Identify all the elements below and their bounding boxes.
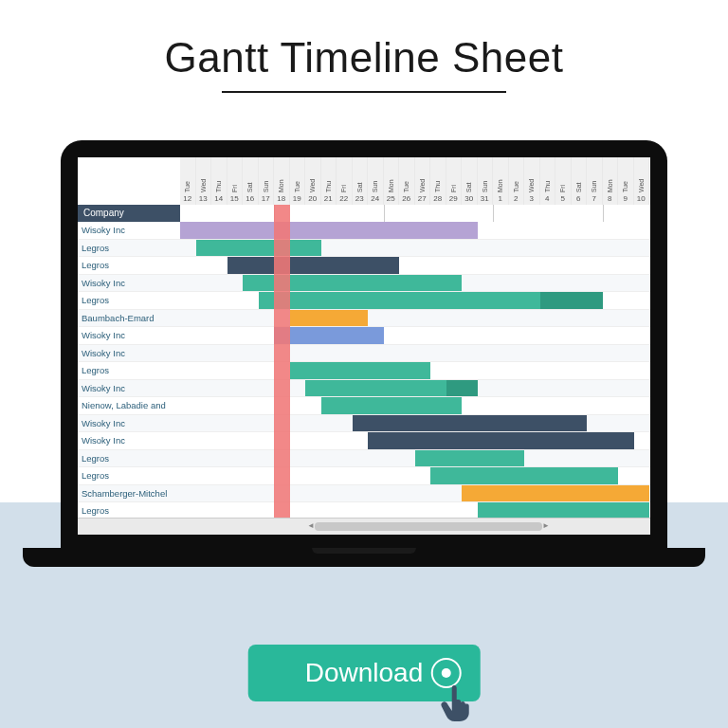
table-row: Wisoky Inc — [78, 432, 650, 450]
day-name: Mon — [278, 170, 284, 192]
day-name: Fri — [231, 170, 238, 192]
day-name: Wed — [309, 170, 316, 192]
company-column-header: Company — [78, 205, 180, 222]
day-name: Tue — [403, 170, 410, 192]
gantt-bar[interactable] — [462, 485, 649, 502]
day-number: 1 — [499, 192, 502, 205]
day-number: 6 — [576, 192, 580, 205]
day-name: Thu — [434, 170, 441, 192]
day-name: Fri — [340, 170, 347, 192]
day-name: Wed — [528, 170, 535, 192]
day-name: Thu — [544, 170, 551, 192]
table-row: Legros — [78, 240, 650, 258]
company-name: Legros — [78, 240, 180, 257]
table-row: Baumbach-Emard — [78, 310, 650, 328]
day-number: 2 — [514, 192, 518, 205]
company-name: Legros — [78, 362, 180, 379]
company-name: Wisoky Inc — [78, 222, 180, 239]
day-name: Sun — [372, 170, 378, 192]
gantt-bar[interactable] — [228, 257, 400, 274]
day-number: 30 — [464, 192, 473, 205]
day-number: 17 — [262, 192, 270, 205]
company-name: Wisoky Inc — [78, 345, 180, 362]
day-name: Fri — [559, 170, 566, 192]
company-name: Wisoky Inc — [78, 275, 180, 292]
day-number: 15 — [230, 192, 239, 205]
gantt-bar[interactable] — [321, 397, 463, 414]
company-name: Legros — [78, 292, 180, 309]
gantt-bar[interactable] — [353, 415, 588, 432]
laptop-mockup: Tue12Wed13Thu14Fri15Sat16Sun17Mon18Tue19… — [61, 140, 667, 567]
gantt-bar[interactable] — [290, 362, 431, 379]
table-row: Legros — [78, 292, 650, 310]
day-number: 10 — [637, 192, 646, 205]
day-number: 18 — [277, 192, 285, 205]
day-number: 29 — [449, 192, 458, 205]
day-number: 31 — [481, 192, 489, 205]
day-number: 12 — [183, 192, 191, 205]
day-name: Mon — [497, 170, 503, 192]
cursor-hand-icon — [438, 684, 472, 722]
gantt-rows: Wisoky IncLegrosLegrosWisoky IncLegrosBa… — [78, 222, 650, 520]
day-name: Wed — [638, 170, 645, 192]
gantt-screen: Tue12Wed13Thu14Fri15Sat16Sun17Mon18Tue19… — [78, 157, 650, 535]
table-row: Legros — [78, 467, 650, 485]
day-number: 4 — [545, 192, 549, 205]
company-name: Wisoky Inc — [78, 415, 180, 432]
company-name: Wisoky Inc — [78, 327, 180, 344]
table-row: Schamberger-Mitchel — [78, 485, 650, 503]
company-name: Wisoky Inc — [78, 380, 180, 397]
day-number: 25 — [387, 192, 395, 205]
gantt-bar[interactable] — [368, 432, 634, 449]
day-name: Sun — [482, 170, 488, 192]
day-number: 19 — [293, 192, 301, 205]
day-number: 14 — [214, 192, 223, 205]
day-name: Mon — [388, 170, 394, 192]
gantt-bar[interactable] — [540, 292, 603, 309]
gantt-bar[interactable] — [415, 450, 525, 467]
day-name: Fri — [450, 170, 457, 192]
gantt-bar[interactable] — [196, 240, 321, 257]
day-number: 9 — [624, 192, 628, 205]
day-number: 3 — [530, 192, 534, 205]
day-name: Sun — [263, 170, 269, 192]
gantt-bar[interactable] — [446, 380, 478, 397]
download-button[interactable]: Download — [248, 645, 481, 701]
day-number: 28 — [433, 192, 442, 205]
title-underline — [222, 91, 506, 93]
date-header-row: Tue12Wed13Thu14Fri15Sat16Sun17Mon18Tue19… — [78, 157, 650, 205]
day-name: Sat — [465, 170, 472, 192]
day-number: 13 — [199, 192, 208, 205]
gantt-bar[interactable] — [290, 310, 369, 327]
day-number: 26 — [402, 192, 410, 205]
day-name: Sat — [246, 170, 253, 192]
table-row: Nienow, Labadie and — [78, 397, 650, 415]
company-name: Nienow, Labadie and — [78, 397, 180, 414]
company-name: Legros — [78, 257, 180, 274]
day-number: 23 — [355, 192, 364, 205]
table-row: Wisoky Inc — [78, 345, 650, 363]
company-name: Schamberger-Mitchel — [78, 485, 180, 502]
day-name: Tue — [294, 170, 300, 192]
day-name: Tue — [513, 170, 519, 192]
table-row: Wisoky Inc — [78, 275, 650, 293]
day-number: 8 — [608, 192, 611, 205]
gantt-bar[interactable] — [305, 380, 446, 397]
company-name: Legros — [78, 467, 180, 484]
today-marker — [274, 205, 290, 518]
scroll-thumb[interactable] — [315, 522, 542, 531]
day-name: Wed — [419, 170, 426, 192]
gantt-bar[interactable] — [274, 327, 384, 344]
day-name: Thu — [325, 170, 332, 192]
download-label: Download — [305, 658, 424, 688]
day-name: Sat — [575, 170, 582, 192]
gantt-bar[interactable] — [478, 502, 650, 519]
day-name: Sun — [591, 170, 597, 192]
day-number: 5 — [561, 192, 565, 205]
day-name: Wed — [200, 170, 207, 192]
horizontal-scrollbar[interactable] — [78, 518, 650, 535]
day-number: 24 — [371, 192, 379, 205]
gantt-bar[interactable] — [430, 467, 618, 484]
day-name: Tue — [184, 170, 191, 192]
gantt-bar[interactable] — [180, 222, 478, 239]
